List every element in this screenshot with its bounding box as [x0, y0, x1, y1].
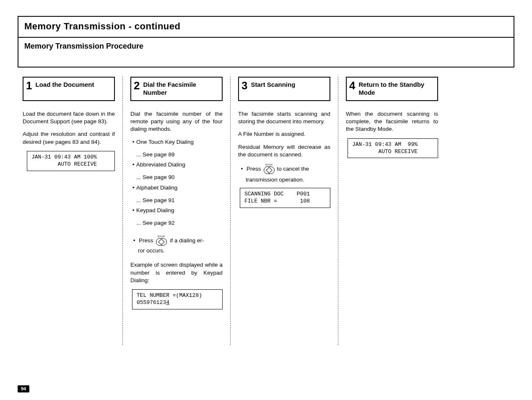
lcd-cursor-char: 4	[166, 299, 169, 306]
page-ref: ... See page 89	[136, 151, 223, 158]
body-text: Dial the facsimile number of the remote …	[130, 110, 223, 133]
lcd-display: SCANNING DOC P001 FILE NBR = 108	[240, 188, 330, 208]
step-column-4: 4 Return to the Standby Mode When the do…	[341, 77, 443, 345]
step-column-2: 2 Dial the Facsimile Number Dial the fac…	[125, 77, 228, 345]
column-separator	[122, 77, 123, 345]
step-column-3: 3 Start Scanning The facsimile starts sc…	[233, 77, 335, 345]
stop-label: STOP	[154, 235, 169, 238]
step-number: 2	[134, 80, 140, 91]
stop-label: STOP	[262, 164, 276, 166]
press-suffix: to cancel the	[277, 166, 309, 172]
page-ref: ... See page 90	[136, 174, 223, 181]
step-number: 3	[241, 80, 247, 91]
list-item: •Keypad Dialing	[130, 207, 223, 214]
step-header-1: 1 Load the Document	[23, 77, 115, 101]
step-header-3: 3 Start Scanning	[238, 77, 330, 101]
step-title: Load the Document	[35, 81, 94, 89]
section-title-bar: Memory Transmission - continued	[18, 16, 514, 38]
stop-button-icon: STOP	[154, 235, 169, 246]
step-column-1: 1 Load the Document Load the document fa…	[18, 77, 120, 345]
press-suffix: if a dialing er-	[170, 237, 204, 244]
dialing-methods-list: •One Touch Key Dialing	[130, 138, 223, 146]
lcd-display: TEL NUMBER =(MAX128) 0559761234	[132, 289, 223, 309]
step-title: Dial the Facsimile Number	[143, 81, 218, 97]
press-stop-line: • Press STOP if a dialing er-	[130, 235, 223, 246]
lcd-line: 055976123	[137, 299, 166, 306]
step-header-2: 2 Dial the Facsimile Number	[130, 77, 223, 101]
body-text: When the document scanning is complete, …	[346, 110, 438, 133]
lcd-display: JAN-31 09:43 AM 100% AUTO RECEIVE	[27, 151, 115, 171]
body-text: Load the document face down in the Docum…	[23, 110, 115, 125]
list-item-label: One Touch Key Dialing	[136, 138, 194, 146]
step-number: 1	[26, 80, 32, 91]
procedure-title: Memory Transmission Procedure	[24, 42, 508, 51]
column-separator	[338, 77, 338, 345]
press-word: Press	[139, 237, 153, 244]
lcd-line: TEL NUMBER =(MAX128)	[137, 292, 202, 299]
step-number: 4	[349, 80, 355, 91]
press-suffix-cont: ror occurs.	[138, 247, 223, 254]
list-item: •Alphabet Dialing	[130, 184, 223, 192]
step-header-4: 4 Return to the Standby Mode	[346, 77, 438, 101]
list-item-label: Alphabet Dialing	[136, 184, 177, 192]
list-item: •One Touch Key Dialing	[130, 138, 223, 146]
step-title: Return to the Standby Mode	[358, 81, 433, 97]
press-stop-line: • Press STOP to cancel the	[238, 164, 330, 174]
body-text: Example of screen displayed while a numb…	[130, 261, 223, 284]
column-separator	[230, 77, 231, 345]
page-ref: ... See page 91	[136, 197, 223, 204]
lcd-display: JAN-31 09:43 AM 99% AUTO RECEIVE	[348, 138, 438, 158]
press-suffix-cont: transmission operation.	[246, 177, 330, 183]
section-title: Memory Transmission - continued	[24, 21, 508, 32]
body-text: Residual Memory will decrease as the doc…	[238, 143, 330, 158]
stop-icon	[156, 238, 167, 246]
list-item-label: Abbreviated Dialing	[136, 161, 185, 169]
stop-button-icon: STOP	[262, 164, 276, 174]
page-ref: ... See page 92	[136, 219, 223, 227]
press-word: Press	[247, 166, 261, 172]
list-item-label: Keypad Dialing	[136, 207, 174, 214]
body-text: Adjust the resolution and contrast if de…	[23, 130, 115, 145]
list-item: •Abbreviated Dialing	[130, 161, 223, 169]
body-text: The facsimile starts scanning and storin…	[238, 110, 330, 125]
page-number-badge: 94	[18, 385, 29, 392]
procedure-title-bar: Memory Transmission Procedure	[18, 37, 514, 68]
step-title: Start Scanning	[251, 81, 295, 89]
body-text: A File Number is assigned.	[238, 130, 330, 138]
stop-icon	[264, 166, 275, 174]
